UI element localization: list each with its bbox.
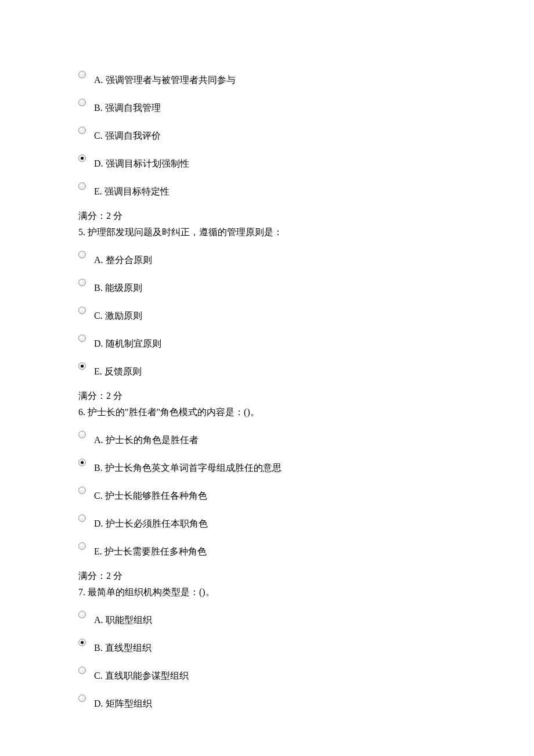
question-text: 7. 最简单的组织机构类型是：()。 (78, 585, 456, 599)
question-text: 5. 护理部发现问题及时纠正，遵循的管理原则是： (78, 225, 456, 239)
option-row: E. 强调目标特定性 (78, 181, 456, 199)
radio-button[interactable] (78, 362, 86, 370)
option-label: C. 护士长能够胜任各种角色 (94, 485, 207, 503)
option-label: E. 反馈原则 (94, 361, 142, 379)
option-row: C. 激励原则 (78, 305, 456, 323)
question-number: 7. (78, 587, 85, 597)
option-label: B. 能级原则 (94, 278, 142, 295)
question-number: 5. (78, 227, 85, 237)
option-row: E. 护士长需要胜任多种角色 (78, 541, 456, 559)
radio-button[interactable] (78, 611, 86, 618)
option-row: C. 直线职能参谋型组织 (78, 665, 456, 683)
score-text: 满分：2 分 (78, 569, 456, 583)
option-label: C. 激励原则 (94, 305, 142, 323)
radio-button[interactable] (78, 182, 86, 190)
option-label: E. 护士长需要胜任多种角色 (94, 541, 207, 559)
radio-button[interactable] (78, 251, 86, 258)
question-prompt: 最简单的组织机构类型是：()。 (85, 587, 215, 597)
question-text: 6. 护士长的"胜任者"角色模式的内容是：()。 (78, 405, 456, 419)
option-label: D. 矩阵型组织 (94, 693, 152, 711)
option-label: B. 直线型组织 (94, 638, 151, 655)
question-prompt: 护士长的"胜任者"角色模式的内容是：()。 (85, 407, 259, 417)
radio-button[interactable] (78, 694, 86, 702)
radio-button[interactable] (78, 667, 86, 674)
radio-button[interactable] (78, 334, 86, 342)
option-row: A. 护士长的角色是胜任者 (78, 430, 456, 447)
option-row: B. 护士长角色英文单词首字母组成胜任的意思 (78, 458, 456, 475)
option-label: A. 强调管理者与被管理者共同参与 (94, 70, 236, 87)
option-row: C. 护士长能够胜任各种角色 (78, 485, 456, 503)
radio-button[interactable] (78, 99, 86, 106)
option-label: D. 随机制宜原则 (94, 333, 161, 351)
option-label: D. 护士长必须胜任本职角色 (94, 513, 208, 531)
option-row: A. 强调管理者与被管理者共同参与 (78, 70, 456, 87)
question-prompt: 护理部发现问题及时纠正，遵循的管理原则是： (85, 227, 283, 237)
radio-button[interactable] (78, 127, 86, 134)
option-label: E. 强调目标特定性 (94, 181, 169, 199)
option-row: C. 强调自我评价 (78, 125, 456, 143)
radio-button[interactable] (78, 154, 86, 162)
option-label: B. 护士长角色英文单词首字母组成胜任的意思 (94, 458, 282, 475)
radio-button[interactable] (78, 307, 86, 314)
option-row: B. 能级原则 (78, 278, 456, 295)
score-text: 满分：2 分 (78, 389, 456, 403)
option-label: C. 强调自我评价 (94, 125, 161, 143)
radio-button[interactable] (78, 639, 86, 646)
question-block: A. 强调管理者与被管理者共同参与B. 强调自我管理C. 强调自我评价D. 强调… (78, 70, 456, 223)
option-label: B. 强调自我管理 (94, 98, 161, 115)
radio-button[interactable] (78, 514, 86, 522)
option-row: D. 矩阵型组织 (78, 693, 456, 711)
question-block: A. 职能型组织B. 直线型组织C. 直线职能参谋型组织D. 矩阵型组织 (78, 610, 456, 711)
option-row: B. 强调自我管理 (78, 98, 456, 115)
radio-button[interactable] (78, 542, 86, 550)
option-row: D. 强调目标计划强制性 (78, 153, 456, 171)
option-row: E. 反馈原则 (78, 361, 456, 379)
radio-button[interactable] (78, 431, 86, 438)
option-row: B. 直线型组织 (78, 638, 456, 655)
option-label: A. 整分合原则 (94, 250, 152, 267)
question-block: A. 整分合原则B. 能级原则C. 激励原则D. 随机制宜原则E. 反馈原则满分… (78, 250, 456, 403)
question-number: 6. (78, 407, 85, 417)
option-label: C. 直线职能参谋型组织 (94, 665, 189, 683)
radio-button[interactable] (78, 459, 86, 466)
option-row: D. 随机制宜原则 (78, 333, 456, 351)
score-text: 满分：2 分 (78, 209, 456, 223)
question-block: A. 护士长的角色是胜任者B. 护士长角色英文单词首字母组成胜任的意思C. 护士… (78, 430, 456, 583)
radio-button[interactable] (78, 487, 86, 494)
option-label: D. 强调目标计划强制性 (94, 153, 189, 171)
radio-button[interactable] (78, 279, 86, 286)
option-row: D. 护士长必须胜任本职角色 (78, 513, 456, 531)
radio-button[interactable] (78, 71, 86, 78)
option-row: A. 职能型组织 (78, 610, 456, 627)
option-row: A. 整分合原则 (78, 250, 456, 267)
option-label: A. 职能型组织 (94, 610, 152, 627)
option-label: A. 护士长的角色是胜任者 (94, 430, 199, 447)
